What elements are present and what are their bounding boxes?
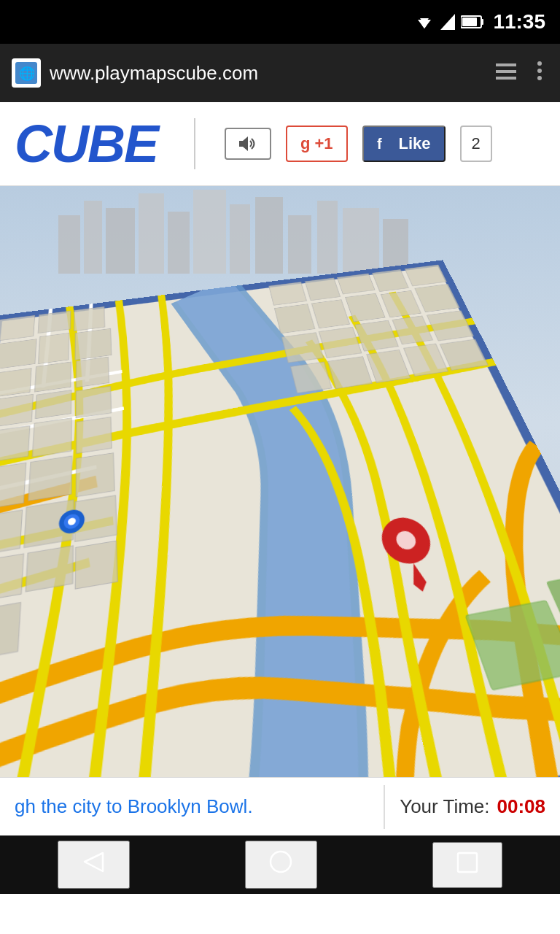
sound-button[interactable] xyxy=(225,128,271,160)
svg-rect-50 xyxy=(76,453,114,497)
facebook-like-button[interactable]: f Like xyxy=(362,126,446,162)
svg-rect-32 xyxy=(38,311,71,333)
home-button[interactable] xyxy=(245,841,317,889)
svg-rect-52 xyxy=(26,546,73,592)
svg-text:f: f xyxy=(377,136,382,152)
svg-rect-57 xyxy=(305,278,340,301)
svg-rect-17 xyxy=(58,215,80,274)
svg-rect-37 xyxy=(35,362,71,392)
svg-point-12 xyxy=(537,61,542,66)
svg-point-13 xyxy=(537,69,542,73)
svg-rect-26 xyxy=(317,201,338,274)
recents-button[interactable] xyxy=(432,842,502,888)
svg-rect-22 xyxy=(193,190,226,274)
svg-point-14 xyxy=(537,76,542,80)
signal-icon xyxy=(440,14,455,30)
map-container[interactable] xyxy=(0,186,560,777)
svg-rect-56 xyxy=(269,282,307,305)
info-bar: gh the city to Brooklyn Bowl. Your Time:… xyxy=(0,777,560,835)
fb-like-label: Like xyxy=(399,134,431,153)
svg-rect-33 xyxy=(74,306,105,331)
browser-bar: 🌐 www.playmapscube.com xyxy=(0,44,560,102)
svg-rect-46 xyxy=(28,456,72,501)
back-button[interactable] xyxy=(58,841,130,889)
navigation-text: gh the city to Brooklyn Bowl. xyxy=(15,795,369,818)
svg-rect-24 xyxy=(255,197,283,274)
svg-rect-20 xyxy=(139,193,164,274)
svg-rect-87 xyxy=(458,853,477,872)
time-label: Your Time: xyxy=(400,795,489,818)
svg-marker-85 xyxy=(85,853,103,871)
svg-rect-25 xyxy=(288,215,311,274)
gplus-button[interactable]: g+1 xyxy=(286,126,348,162)
site-logo: CUBE xyxy=(15,114,158,174)
svg-rect-66 xyxy=(281,333,323,363)
svg-rect-9 xyxy=(496,63,516,66)
time-value: 00:08 xyxy=(497,795,546,818)
svg-marker-15 xyxy=(239,136,248,151)
svg-rect-55 xyxy=(75,541,117,589)
battery-icon xyxy=(461,15,484,28)
svg-marker-2 xyxy=(422,26,427,28)
nav-bar xyxy=(0,835,560,894)
svg-rect-21 xyxy=(168,212,190,274)
info-divider xyxy=(384,785,385,829)
svg-rect-5 xyxy=(481,19,483,25)
svg-rect-41 xyxy=(76,357,109,387)
site-header: CUBE g+1 f Like 2 xyxy=(0,102,560,186)
browser-menu-icon[interactable] xyxy=(490,56,522,90)
svg-rect-45 xyxy=(0,463,26,509)
svg-rect-6 xyxy=(462,18,477,26)
svg-marker-3 xyxy=(440,14,455,30)
svg-rect-19 xyxy=(106,208,135,274)
svg-rect-10 xyxy=(496,70,516,73)
browser-url[interactable]: www.playmapscube.com xyxy=(50,62,481,85)
svg-rect-71 xyxy=(290,362,331,393)
svg-rect-47 xyxy=(77,417,112,454)
status-bar: 11:35 xyxy=(0,0,560,44)
header-divider xyxy=(194,118,195,169)
status-time: 11:35 xyxy=(493,10,545,34)
svg-rect-61 xyxy=(275,304,315,333)
svg-rect-27 xyxy=(343,208,379,274)
svg-rect-43 xyxy=(32,418,71,457)
svg-rect-18 xyxy=(84,201,102,274)
fb-count: 2 xyxy=(460,126,492,162)
status-icons xyxy=(414,14,484,30)
browser-favicon: 🌐 xyxy=(12,58,41,88)
map-cube[interactable] xyxy=(0,260,560,777)
browser-dots-icon[interactable] xyxy=(531,55,548,92)
svg-rect-11 xyxy=(496,77,516,80)
svg-rect-38 xyxy=(75,328,112,360)
svg-text:🌐: 🌐 xyxy=(19,66,36,82)
svg-point-86 xyxy=(271,852,291,872)
svg-rect-23 xyxy=(230,204,250,274)
svg-rect-40 xyxy=(35,390,71,419)
svg-rect-44 xyxy=(76,386,112,417)
svg-rect-35 xyxy=(39,333,69,363)
wifi-icon xyxy=(414,14,435,30)
